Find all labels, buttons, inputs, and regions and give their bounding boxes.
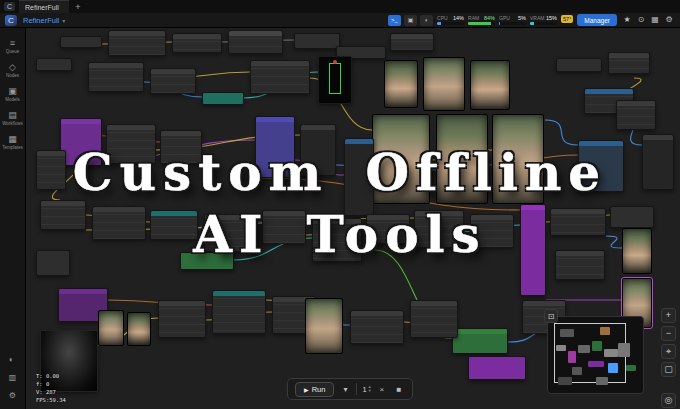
star-icon[interactable]: ★ (621, 14, 633, 26)
graph-node[interactable] (255, 116, 295, 178)
node-header (471, 215, 513, 220)
graph-node[interactable] (390, 33, 434, 51)
graph-node[interactable] (88, 62, 144, 92)
stat-label: GPU (499, 15, 510, 21)
workflow-tab[interactable]: RefinerFull (19, 0, 69, 13)
graph-canvas[interactable]: T: 0.00f: 0V: 287FPS:59.34 Custom Offlin… (0, 0, 680, 409)
status-line: T: 0.00 (36, 372, 66, 380)
graph-node[interactable] (312, 218, 362, 262)
toggle-links-button[interactable]: ◎ (661, 393, 676, 408)
stepper-down-icon[interactable]: ▾ (369, 389, 371, 393)
node-header (173, 34, 221, 39)
graph-node[interactable] (616, 100, 656, 130)
graph-node[interactable] (410, 300, 458, 338)
graph-node[interactable] (202, 92, 244, 105)
stop-button[interactable]: ■ (393, 385, 405, 394)
graph-node[interactable] (106, 124, 156, 164)
manager-button[interactable]: Manager (577, 14, 617, 26)
image-preview-node[interactable] (98, 310, 124, 346)
image-preview-node[interactable] (384, 60, 418, 108)
image-preview-node[interactable] (436, 114, 488, 204)
graph-node[interactable] (366, 214, 410, 244)
graph-node[interactable] (158, 300, 206, 338)
image-preview-node[interactable] (622, 228, 652, 274)
graph-node[interactable] (556, 58, 602, 72)
batch-count-stepper[interactable]: 1 ▴▾ (362, 385, 370, 394)
graph-node[interactable] (300, 124, 336, 176)
run-button[interactable]: ▶ Run (295, 382, 334, 397)
user-icon[interactable]: ⊙ (635, 14, 647, 26)
graph-node[interactable] (212, 290, 266, 334)
run-options-button[interactable]: ▾ (339, 385, 351, 394)
zoom-out-button[interactable]: − (661, 326, 676, 341)
graph-node[interactable] (150, 210, 198, 240)
graph-node[interactable] (250, 60, 310, 94)
graph-node[interactable] (172, 33, 222, 53)
theme-button[interactable]: ◐ (420, 15, 433, 26)
menubar-icons: ★⊙▦⚙ (621, 14, 675, 26)
settings-icon[interactable]: ⚙ (9, 391, 17, 401)
image-preview-node[interactable] (127, 312, 151, 346)
node-header (551, 209, 605, 214)
graph-node[interactable] (608, 52, 650, 74)
graph-node[interactable] (36, 58, 72, 71)
fit-view-button[interactable]: ⌖ (661, 344, 676, 359)
graph-node[interactable] (294, 33, 340, 49)
image-preview-node[interactable] (305, 298, 343, 354)
graph-node[interactable] (468, 356, 526, 380)
settings-icon[interactable]: ⚙ (663, 14, 675, 26)
graph-node[interactable] (36, 150, 66, 190)
workflow-selector[interactable]: RefinerFull ▾ (23, 16, 65, 25)
pose-preview-node[interactable] (318, 56, 352, 104)
graph-node[interactable] (60, 118, 102, 166)
new-tab-button[interactable]: + (72, 1, 84, 12)
graph-node[interactable] (262, 210, 306, 244)
graph-node[interactable] (520, 204, 546, 296)
sidebar-item-models[interactable]: ▣Models (0, 82, 26, 106)
graph-node[interactable] (36, 250, 70, 276)
graph-node[interactable] (610, 206, 654, 228)
apps-icon[interactable]: ▦ (649, 14, 661, 26)
graph-node[interactable] (344, 138, 374, 216)
stat-cpu: CPU14% (437, 15, 464, 25)
graph-node[interactable] (642, 134, 674, 190)
zoom-in-button[interactable]: + (661, 308, 676, 323)
graph-node[interactable] (60, 36, 102, 48)
graph-node[interactable] (414, 210, 464, 248)
select-mode-button[interactable]: ▢ (661, 362, 676, 377)
sidebar-item-workflows[interactable]: ▤Workflows (0, 106, 26, 130)
minimap-expand-button[interactable]: ⊡ (544, 309, 558, 323)
sidebar-item-templates[interactable]: ▦Templates (0, 130, 26, 154)
image-preview-node[interactable] (470, 60, 510, 110)
sidebar-item-queue[interactable]: ≡Queue (0, 34, 26, 58)
stat-value: 14% (453, 15, 464, 21)
node-header (37, 151, 65, 156)
graph-node[interactable] (350, 310, 404, 344)
graph-node[interactable] (180, 252, 234, 270)
minimap[interactable]: ⊡ (547, 316, 644, 394)
graph-node[interactable] (150, 68, 196, 94)
graph-node[interactable] (578, 140, 624, 192)
image-preview-node[interactable] (423, 57, 465, 111)
graph-node[interactable] (228, 30, 283, 54)
terminal-button[interactable]: >_ (388, 15, 401, 26)
graph-node[interactable] (108, 30, 166, 56)
image-preview-node[interactable] (372, 114, 430, 204)
graph-node[interactable] (550, 208, 606, 236)
titlebar: C RefinerFull + (0, 0, 680, 13)
graph-node[interactable] (555, 250, 605, 280)
gallery-button[interactable]: ▣ (404, 15, 417, 26)
graph-node[interactable] (470, 214, 514, 248)
graph-node[interactable] (92, 206, 146, 240)
image-preview-node[interactable] (492, 114, 544, 204)
theme-toggle-icon[interactable]: ◐ (9, 355, 17, 365)
node-header (93, 207, 145, 212)
graph-node[interactable] (160, 130, 202, 164)
clear-queue-button[interactable]: × (376, 385, 388, 394)
graph-node[interactable] (204, 214, 258, 252)
comfy-logo-icon[interactable]: C (5, 15, 17, 26)
graph-node[interactable] (452, 328, 508, 354)
layout-icon[interactable]: ▥ (9, 373, 17, 383)
sidebar-item-nodes[interactable]: ◇Nodes (0, 58, 26, 82)
graph-node[interactable] (40, 200, 86, 230)
